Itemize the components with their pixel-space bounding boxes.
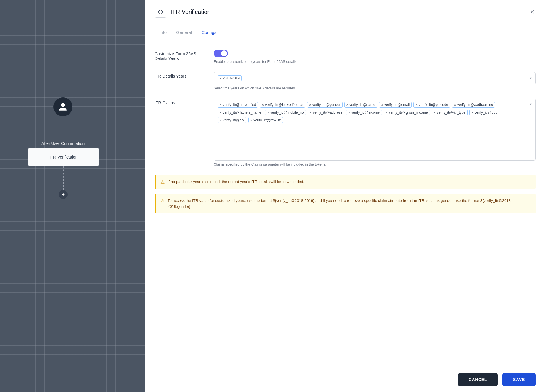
claim-tag: ×verify_itr@doi xyxy=(218,117,246,123)
claim-tag: ×verify_itr@name xyxy=(344,102,377,108)
claim-tag-value: verify_itr@doi xyxy=(223,118,244,122)
claim-tag-value: verify_itr@pincode xyxy=(419,103,448,107)
claim-tag-remove[interactable]: × xyxy=(250,118,252,122)
connector-line-top xyxy=(63,120,63,138)
dialog-panel: ITR Verification × Info General Configs … xyxy=(145,0,545,392)
itr-details-years-hint: Select the years on which 26AS details a… xyxy=(214,86,536,90)
warning-icon-1: ⚠ xyxy=(160,179,165,185)
customize-form-control: Enable to customize the years for Form 2… xyxy=(214,50,536,64)
itr-details-years-tags: × 2018-2019 xyxy=(218,75,527,81)
claim-tag-remove[interactable]: × xyxy=(471,111,473,114)
claim-tag-remove[interactable]: × xyxy=(309,103,311,107)
itr-claims-tags: ×verify_itr@itr_verified×verify_itr@itr_… xyxy=(218,102,527,123)
save-button[interactable]: SAVE xyxy=(502,373,536,386)
claim-tag-remove[interactable]: × xyxy=(416,103,417,107)
claim-tag-remove[interactable]: × xyxy=(220,118,221,122)
user-avatar xyxy=(53,97,72,116)
claim-tag: ×verify_itr@itr_verified xyxy=(218,102,258,108)
workflow-canvas: After User Confirmation ITR Verification… xyxy=(0,0,145,392)
year-tag-2018-2019: × 2018-2019 xyxy=(218,75,242,81)
toggle-knob xyxy=(221,50,227,56)
claim-tag-remove[interactable]: × xyxy=(310,111,312,114)
user-confirmation-node: After User Confirmation xyxy=(41,97,85,146)
warnings-section: ⚠ If no particular year is selected, the… xyxy=(155,175,536,213)
customize-form-hint: Enable to customize the years for Form 2… xyxy=(214,60,536,64)
customize-form-row: Customize Form 26ASDetails Years Enable … xyxy=(155,50,536,64)
customize-form-toggle[interactable] xyxy=(214,50,228,57)
itr-node-label: ITR Verification xyxy=(50,155,78,159)
warning-text-2: To access the ITR value for customized y… xyxy=(168,198,531,209)
tab-info[interactable]: Info xyxy=(155,24,171,40)
tab-general[interactable]: General xyxy=(171,24,197,40)
claim-tag: ×verify_itr@gross_income xyxy=(384,110,430,115)
connector-line-mid xyxy=(63,166,64,190)
claim-tag-remove[interactable]: × xyxy=(220,111,221,114)
chevron-down-icon: ▾ xyxy=(530,76,532,81)
claim-tag: ×verify_itr@gender xyxy=(307,102,342,108)
tabs-row: Info General Configs xyxy=(145,24,545,40)
dialog-header: ITR Verification × xyxy=(145,0,545,24)
claim-tag-value: verify_itr@gross_income xyxy=(389,110,428,115)
dialog-footer: CANCEL SAVE xyxy=(145,367,545,392)
claim-tag-value: verify_itr@itr_type xyxy=(437,110,465,115)
claim-tag-value: verify_itr@dob xyxy=(474,110,497,115)
itr-claims-hint: Claims specified by the Claims parameter… xyxy=(214,162,536,166)
canvas-grid: After User Confirmation ITR Verification… xyxy=(0,0,145,392)
warning-icon-2: ⚠ xyxy=(160,198,165,204)
cancel-button[interactable]: CANCEL xyxy=(458,373,498,386)
claim-tag-value: verify_itr@gender xyxy=(312,103,340,107)
claim-tag: ×verify_itr@fathers_name xyxy=(218,110,263,115)
itr-details-years-control: × 2018-2019 ▾ Select the years on which … xyxy=(214,72,536,90)
claim-tag-value: verify_itr@name xyxy=(349,103,375,107)
year-tag-value: 2018-2019 xyxy=(223,76,239,80)
dialog-title: ITR Verification xyxy=(171,9,211,15)
claim-tag: ×verify_itr@email xyxy=(379,102,412,108)
warning-text-1: If no particular year is selected, the r… xyxy=(168,179,304,185)
claim-tag-value: verify_itr@itr_verified xyxy=(223,103,256,107)
year-tag-remove[interactable]: × xyxy=(220,76,221,80)
tab-configs[interactable]: Configs xyxy=(197,24,221,40)
claim-tag-remove[interactable]: × xyxy=(346,103,348,107)
warning-banner-2: ⚠ To access the ITR value for customized… xyxy=(155,194,536,213)
claim-tag-value: verify_itr@mobile_no xyxy=(270,110,304,115)
claim-tag: ×verify_itr@pincode xyxy=(413,102,450,108)
itr-details-years-label: ITR Details Years xyxy=(155,72,214,79)
itr-claims-control: ×verify_itr@itr_verified×verify_itr@itr_… xyxy=(214,99,536,166)
claim-tag-value: verify_itr@itr_verified_at xyxy=(265,103,304,107)
dialog-content: Customize Form 26ASDetails Years Enable … xyxy=(145,40,545,367)
add-node-button[interactable]: + xyxy=(59,190,68,199)
close-button[interactable]: × xyxy=(529,7,536,17)
itr-claims-label: ITR Claims xyxy=(155,99,214,105)
header-left: ITR Verification xyxy=(155,6,211,18)
claim-tag-remove[interactable]: × xyxy=(434,111,436,114)
claim-tag: ×verify_itr@itr_verified_at xyxy=(260,102,305,108)
claim-tag-remove[interactable]: × xyxy=(381,103,383,107)
claim-tag-remove[interactable]: × xyxy=(348,111,350,114)
claim-tag: ×verify_itr@aadhaar_no xyxy=(452,102,495,108)
warning-banner-1: ⚠ If no particular year is selected, the… xyxy=(155,175,536,189)
itr-verification-node[interactable]: ITR Verification xyxy=(28,148,99,166)
claim-tag-value: verify_itr@income xyxy=(351,110,380,115)
claim-tag-remove[interactable]: × xyxy=(386,111,387,114)
itr-claims-select[interactable]: ×verify_itr@itr_verified×verify_itr@itr_… xyxy=(214,99,536,161)
code-icon-box xyxy=(155,6,166,18)
claim-tag-value: verify_itr@email xyxy=(384,103,410,107)
claim-tag-value: verify_itr@fathers_name xyxy=(223,110,261,115)
claim-tag-remove[interactable]: × xyxy=(267,111,269,114)
itr-claims-row: ITR Claims ×verify_itr@itr_verified×veri… xyxy=(155,99,536,166)
plus-icon: + xyxy=(62,192,65,197)
claim-tag: ×verify_itr@mobile_no xyxy=(265,110,306,115)
claim-tag-remove[interactable]: × xyxy=(262,103,264,107)
user-node-label: After User Confirmation xyxy=(41,141,85,146)
claim-tag: ×verify_itr@itr_type xyxy=(432,110,468,115)
claim-tag-value: verify_itr@address xyxy=(313,110,342,115)
claim-tag-remove[interactable]: × xyxy=(454,103,456,107)
claim-tag: ×verify_itr@address xyxy=(308,110,345,115)
claim-tag-remove[interactable]: × xyxy=(220,103,221,107)
itr-details-years-select[interactable]: × 2018-2019 ▾ xyxy=(214,72,536,84)
claim-tag-value: verify_itr@aadhaar_no xyxy=(457,103,493,107)
itr-details-years-row: ITR Details Years × 2018-2019 ▾ Select t… xyxy=(155,72,536,90)
claims-chevron-down-icon: ▾ xyxy=(530,102,532,107)
claim-tag: ×verify_itr@income xyxy=(346,110,382,115)
claim-tag-value: verify_itr@raw_itr xyxy=(253,118,281,122)
